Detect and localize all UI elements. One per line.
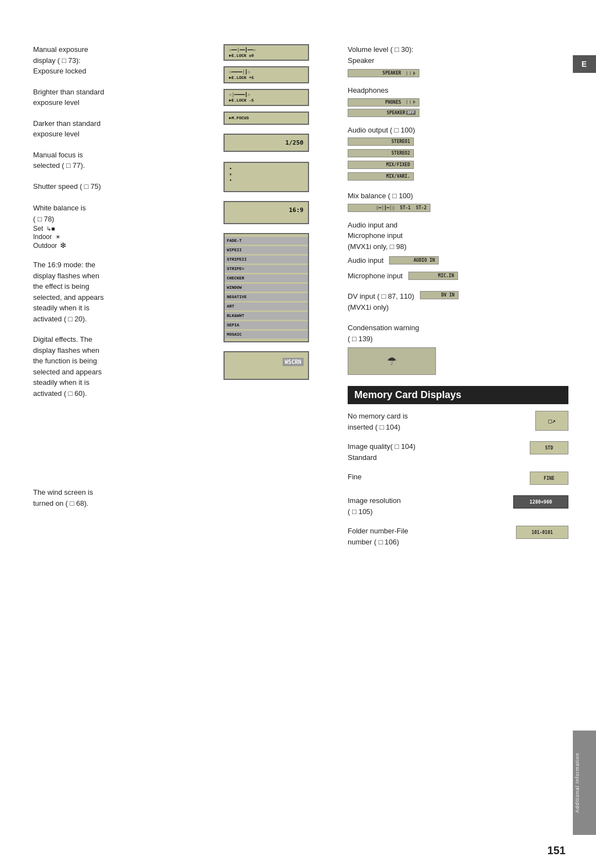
elock-m5-label: ►E.LOCK -5 [229, 98, 304, 103]
display-no-card: □↗ [535, 411, 568, 431]
lcd-wb: ▪ ☀ ▪ [223, 162, 309, 192]
effect-fade: FADE-T [225, 237, 308, 245]
headphones-label: Headphones [348, 85, 568, 96]
memory-card-header: Memory Card Displays [348, 386, 568, 404]
display-resolution: 1280×960 [513, 495, 568, 509]
wb-indoor-row: Indoor ☀ [33, 233, 215, 241]
manual-exposure-text: Manual exposuredisplay ( □ 73):Exposure … [33, 44, 215, 77]
lcd-effects: FADE-T WIPEII STRIPEII STRIPE= CHECKER W… [223, 233, 309, 342]
lcd-wscrn: WSCRN [223, 351, 309, 380]
wb-indoor-icon: ☀ [55, 234, 61, 241]
effect-blkwht: BLK&WHT [225, 312, 308, 320]
section-audio-mic-input: Audio input andMicrophone input(MVX1i on… [348, 220, 568, 284]
wb-outdoor-label: Outdoor [33, 242, 57, 250]
effect-wipe: WIPEII [225, 246, 308, 254]
lcd-mfocus: ►M.FOCUS [223, 112, 309, 125]
memory-resolution-row: Image resolution( □ 105) 1280×960 [348, 495, 568, 517]
right-column: Volume level ( □ 30):Speaker SPEAKER ⎹⎹⎹… [342, 44, 568, 824]
display-stereo1: STEREO1 [348, 137, 414, 146]
main-content: Manual exposuredisplay ( □ 73):Exposure … [0, 0, 596, 868]
section-brighter-exposure: Brighter than standardexposure level [33, 87, 215, 108]
wscrn-display: WSCRN [283, 358, 304, 366]
mix-balance-label: Mix balance ( □ 100) [348, 190, 568, 202]
lcd-elock-p5: ○━━━━│┃○ ►E.LOCK +5 [223, 66, 309, 83]
display-mixvari: MIX/VARI. [348, 172, 414, 181]
wb-set-icon: ↳■ [46, 225, 55, 232]
no-card-text: No memory card isinserted ( □ 104) [348, 411, 464, 432]
quality-std-display-wrap: STD [469, 441, 568, 456]
middle-column: ○━━│━━┃━━○ ►E.LOCK ±0 ○━━━━│┃○ ►E.LOCK +… [221, 44, 342, 824]
section-manual-focus: Manual focus isselected ( □ 77). [33, 150, 215, 171]
no-card-display-wrap: □↗ [469, 411, 568, 432]
memory-card-section: Memory Card Displays No memory card isin… [348, 386, 568, 547]
lcd-elock-m5: ○│━━━━┃○ ►E.LOCK -5 [223, 89, 309, 106]
lcd-shutter: 1/250 [223, 134, 309, 152]
shutter-display: 1/250 [229, 139, 304, 146]
wb-indoor-label: Indoor [33, 233, 52, 241]
memory-folder-row: Folder number-Filenumber ( □ 106) 101-01… [348, 526, 568, 547]
section-shutter-speed: Shutter speed ( □ 75) [33, 181, 215, 192]
folder-text: Folder number-Filenumber ( □ 106) [348, 526, 464, 547]
section-volume: Volume level ( □ 30):Speaker SPEAKER ⎹⎹⎹… [348, 44, 568, 77]
audio-output-label: Audio output ( □ 100) [348, 125, 568, 136]
effect-stripe-eq: STRIPE= [225, 265, 308, 273]
quality-std-text: Image quality( □ 104)Standard [348, 441, 464, 463]
effect-checker: CHECKER [225, 274, 308, 282]
effect-window: WINDOW [225, 284, 308, 292]
mode-169-display: 16:9 [229, 207, 304, 214]
volume-label: Volume level ( □ 30):Speaker [348, 44, 568, 66]
page-number: 151 [547, 844, 566, 857]
page: E Additional Information 151 Manual expo… [0, 0, 596, 868]
memory-quality-fine-row: Fine FINE [348, 472, 568, 486]
quality-fine-text: Fine [348, 472, 464, 483]
speaker-off-text: SPEAKER [387, 110, 406, 115]
display-mic-in: MIC.IN [408, 272, 458, 280]
speaker-text: SPEAKER [382, 71, 401, 76]
section-manual-exposure: Manual exposuredisplay ( □ 73):Exposure … [33, 44, 215, 77]
display-std: STD [530, 441, 568, 454]
condensation-display: ☂ [348, 347, 436, 375]
wb-icon1: ▪ [229, 166, 304, 172]
side-tab-e: E [573, 55, 596, 73]
resolution-text: Image resolution( □ 105) [348, 495, 464, 517]
display-dv-in: DV IN [420, 291, 459, 299]
mode-169-text: The 16:9 mode: thedisplay flashes whenth… [33, 260, 215, 324]
mic-input-sub: Microphone input [348, 271, 403, 282]
section-audio-output: Audio output ( □ 100) STEREO1 STEREO2 MI… [348, 125, 568, 183]
display-audio-in: AUDIO IN [389, 256, 439, 264]
elock-p5-label: ►E.LOCK +5 [229, 76, 304, 80]
audio-input-sub: Audio input [348, 255, 384, 266]
section-white-balance: White balance is( □ 78) Set ↳■ Indoor ☀ … [33, 203, 215, 250]
effect-sepia: SEPIA [225, 321, 308, 329]
display-speaker: SPEAKER ⎹⎹⎹+ [348, 69, 419, 77]
section-wind-screen: The wind screen isturned on ( □ 68). [33, 487, 215, 509]
section-headphones: Headphones PHONES ⎹⎹⎹+ SPEAKER OFF [348, 85, 568, 117]
card-icon: □↗ [548, 417, 555, 425]
mfocus-label: ►M.FOCUS [229, 116, 304, 120]
wind-screen-text: The wind screen isturned on ( □ 68). [33, 487, 215, 509]
darker-exposure-text: Darker than standardexposure level [33, 118, 215, 140]
condensation-label: Condensation warning( □ 139) [348, 322, 568, 344]
elock-0-label: ►E.LOCK ±0 [229, 54, 304, 58]
folder-display-wrap: 101-0101 [469, 526, 568, 541]
section-condensation: Condensation warning( □ 139) ☂ [348, 322, 568, 375]
wb-outdoor-icon: ❇ [60, 241, 66, 250]
phones-text: PHONES [385, 100, 401, 105]
lcd-169: 16:9 [223, 201, 309, 224]
display-mix: ◊━│┃━│◊ ST-1 ST-2 [348, 204, 430, 212]
left-column: Manual exposuredisplay ( □ 73):Exposure … [33, 44, 221, 824]
condensation-icon: ☂ [387, 354, 397, 368]
audio-mic-label: Audio input andMicrophone input(MVX1i on… [348, 220, 568, 252]
effect-mosaic: MOSAIC [225, 331, 308, 338]
lcd-elock-0: ○━━│━━┃━━○ ►E.LOCK ±0 [223, 44, 309, 61]
display-mixfixed: MIX/FIXED [348, 161, 414, 169]
wb-icon2: ☀ [229, 172, 304, 178]
display-phones: PHONES ⎹⎹⎹+ [348, 98, 419, 107]
speaker-level: ⎹⎹⎹+ [403, 71, 416, 76]
section-169-mode: The 16:9 mode: thedisplay flashes whenth… [33, 260, 215, 324]
effect-negative: NEGATIVE [225, 293, 308, 301]
brighter-exposure-text: Brighter than standardexposure level [33, 87, 215, 108]
section-dv-input: DV input ( □ 87, 110)(MVX1i only) DV IN [348, 291, 568, 315]
display-folder: 101-0101 [516, 526, 568, 539]
section-digital-effects: Digital effects. Thedisplay flashes when… [33, 334, 215, 399]
